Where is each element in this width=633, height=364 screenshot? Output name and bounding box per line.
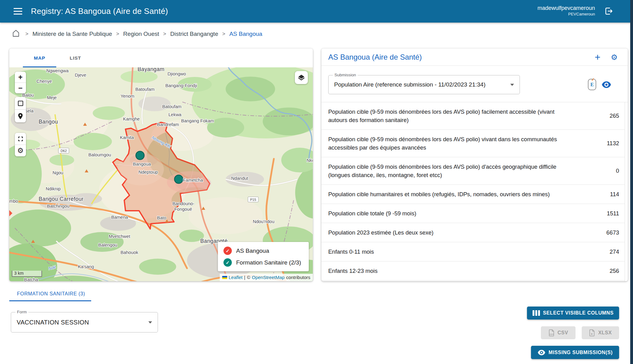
attribution-copyright: © [247, 275, 250, 280]
export-xlsx-button[interactable]: X XLSX [582, 326, 619, 339]
map-marker-bangoua [136, 151, 144, 160]
openstreetmap-link[interactable]: OpenStreetMap [252, 275, 285, 280]
xlsx-file-icon: X [589, 329, 595, 336]
map-place-label: Batcha [24, 277, 38, 281]
map-place-label: Bangou Carrefour [39, 196, 84, 202]
xlsx-label: XLSX [598, 330, 612, 336]
missing-submissions-button[interactable]: MISSING SUBMISSION(S) [531, 346, 619, 359]
draw-rectangle-button[interactable] [15, 97, 26, 109]
enketo-check-icon: ✓ [591, 77, 595, 82]
row-value: 0 [616, 167, 619, 174]
zoom-in-button[interactable]: + [15, 72, 26, 83]
user-org: PEVCameroun [537, 12, 595, 17]
leaflet-link[interactable]: Leaflet [229, 275, 243, 280]
marker-tool-button[interactable] [15, 109, 26, 122]
breadcrumb-link[interactable]: Ministere de la Sante Publique [32, 31, 112, 37]
road-badge-label: P15 [250, 198, 256, 201]
population-data-row: Population cible (9-59 mois dénombrées l… [321, 157, 625, 185]
row-label: Population cible totale (9 -59 mois) [328, 209, 416, 218]
draw-controls [15, 97, 26, 122]
map-place-label: Bahouok [121, 250, 138, 255]
chevron-down-icon [148, 321, 152, 324]
layers-button[interactable] [295, 71, 308, 84]
enketo-icon: E [588, 82, 596, 87]
app-header: Registry: AS Bangoua (Aire de Santé) mad… [0, 0, 633, 23]
form-select[interactable]: Form VACCINATION SESSION [11, 312, 158, 332]
map-place-label: Bangou [39, 119, 58, 125]
breadcrumb-current: AS Bangoua [229, 31, 262, 37]
view-controls: ⚙ [15, 133, 26, 156]
map-place-label: Yenom [121, 94, 134, 99]
fullscreen-button[interactable] [15, 133, 26, 145]
row-label: Population cible (9-59 mois dénombrées l… [328, 135, 566, 152]
population-data-row: Population cible totale (9 -59 mois)1511 [321, 204, 625, 223]
population-data-row: Population cible (9-59 mois dénombrées l… [321, 130, 625, 157]
enketo-edit-button[interactable]: E ✓ [588, 79, 596, 90]
add-submission-button[interactable]: + [595, 50, 601, 65]
panel-settings-button[interactable]: ⚙ [611, 49, 618, 66]
population-data-row: Enfants 12-23 mois256 [321, 261, 625, 281]
map-place-label: Bangang-Fondji [165, 83, 197, 88]
submission-select-value: Population Aire (reference submission - … [334, 75, 506, 94]
map-place-label: Djeve [75, 73, 86, 78]
row-value: 6673 [606, 229, 619, 236]
app-title: Registry: AS Bangoua (Aire de Santé) [31, 0, 168, 23]
breadcrumb-separator: > [116, 31, 119, 37]
panel-title: AS Bangoua (Aire de Santé) [328, 49, 422, 66]
tab-list[interactable]: LIST [57, 49, 93, 67]
eye-icon [537, 349, 546, 356]
legend-item[interactable]: ✓Formation Sanitaire (2/3) [223, 258, 303, 267]
breadcrumb-separator: > [222, 31, 225, 37]
map-place-label: Bamena [111, 215, 128, 220]
user-name: madewulfpevcameroun [537, 4, 595, 12]
home-icon[interactable] [12, 29, 20, 39]
map-card: MAP LIST [9, 49, 313, 281]
svg-text:CSV: CSV [550, 333, 554, 335]
view-submission-button[interactable] [601, 81, 611, 89]
map-settings-button[interactable]: ⚙ [15, 145, 26, 156]
map-place-label: Ngwengwa [46, 68, 69, 73]
row-value: 274 [610, 248, 619, 255]
ukraine-flag-icon [222, 276, 227, 279]
page-scrollbar[interactable] [630, 0, 633, 364]
map-place-label: Kamghe [123, 116, 140, 121]
select-visible-columns-label: SELECT VISIBLE COLUMNS [543, 310, 614, 316]
road-badge-label: D62 [61, 149, 67, 153]
breadcrumb-link[interactable]: District Bangangte [170, 31, 218, 37]
logout-icon[interactable] [604, 6, 614, 16]
breadcrumb-items: >Ministere de la Sante Publique>Region O… [21, 31, 262, 37]
tab-map[interactable]: MAP [22, 49, 57, 67]
plus-icon: + [18, 74, 23, 81]
zoom-out-button[interactable]: − [15, 83, 26, 93]
eye-icon [601, 81, 611, 89]
map-place-label: Ndiknip [46, 186, 61, 191]
gear-icon: ⚙ [17, 147, 24, 154]
map-place-label: Bato [157, 215, 166, 220]
map-place-label: Batchingou [47, 204, 70, 209]
map-tabbar: MAP LIST [9, 49, 313, 67]
export-csv-button[interactable]: CSV CSV [541, 326, 576, 339]
csv-file-icon: CSV [548, 329, 554, 336]
menu-icon[interactable] [14, 8, 22, 15]
population-data-row: Population cible humanitaires et mobiles… [321, 185, 625, 204]
row-label: Enfants 0-11 mois [328, 248, 374, 256]
csv-label: CSV [558, 330, 568, 336]
submission-select[interactable]: Submission Population Aire (reference su… [328, 75, 520, 94]
map-place-label: Ndandut [231, 176, 248, 181]
map-scale: 3 km [12, 271, 42, 277]
breadcrumb: >Ministere de la Sante Publique>Region O… [12, 28, 262, 40]
map-legend: ✓AS Bangoua✓Formation Sanitaire (2/3) [218, 242, 309, 271]
zoom-controls: + − [15, 72, 26, 93]
map-marker-fametcha [175, 175, 183, 184]
leaflet-map[interactable]: BayangamNgwengwaDjeveDjiongwoChenyeBanga… [9, 67, 313, 281]
org-unit-panel: AS Bangoua (Aire de Santé) + ⚙ Submissio… [321, 49, 628, 281]
rectangle-icon [18, 101, 23, 106]
map-place-label: Fametcha [183, 178, 203, 183]
svg-text:X: X [591, 332, 593, 336]
map-place-label: Ka'sang [78, 264, 94, 269]
select-visible-columns-button[interactable]: SELECT VISIBLE COLUMNS [527, 307, 619, 320]
legend-item[interactable]: ✓AS Bangoua [223, 247, 303, 255]
breadcrumb-link[interactable]: Region Ouest [123, 31, 159, 37]
tab-formation-sanitaire[interactable]: FORMATION SANITAIRE (3) [17, 291, 85, 297]
map-place-label: Meje [47, 95, 57, 100]
